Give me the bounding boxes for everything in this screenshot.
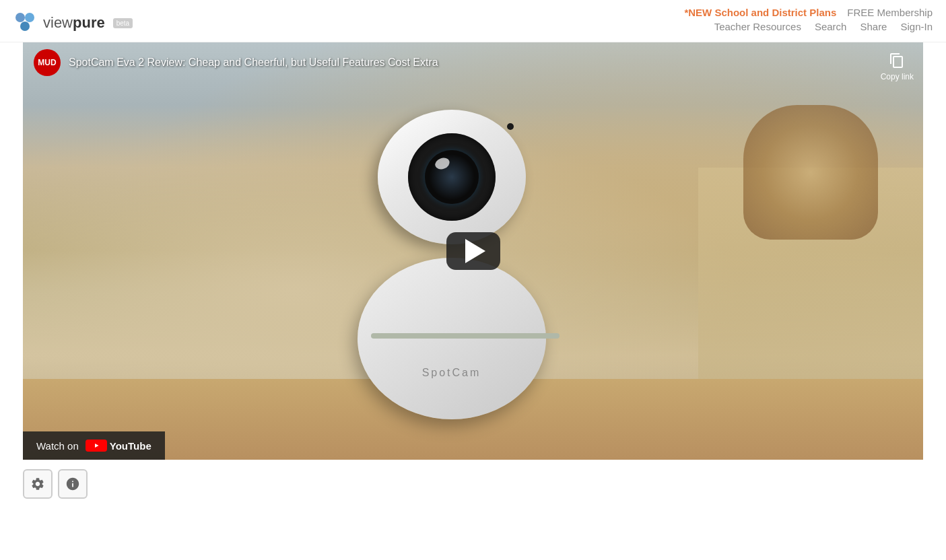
- copy-link-text: Copy link: [881, 72, 914, 81]
- info-icon: [65, 477, 80, 491]
- svg-point-1: [25, 13, 34, 22]
- free-membership-link[interactable]: FREE Membership: [847, 7, 933, 18]
- signin-link[interactable]: Sign-In: [900, 21, 933, 32]
- video-container[interactable]: SpotCam MUD SpotCam Eva 2 Review: Cheap …: [23, 42, 923, 460]
- beta-badge: beta: [113, 18, 133, 28]
- nav-top: *NEW School and District Plans FREE Memb…: [684, 7, 933, 18]
- watch-on-text: Watch on: [36, 440, 79, 452]
- watch-on-youtube-bar[interactable]: Watch on YouTube: [23, 431, 165, 460]
- settings-button[interactable]: [23, 469, 53, 499]
- background-basket: [743, 105, 878, 240]
- copy-svg-icon: [889, 53, 905, 69]
- camera-brand-text: SpotCam: [422, 367, 481, 379]
- new-plans-link[interactable]: *NEW School and District Plans: [684, 7, 836, 18]
- camera-base: SpotCam: [358, 258, 546, 419]
- share-link[interactable]: Share: [860, 21, 887, 32]
- youtube-text: YouTube: [110, 440, 151, 452]
- nav-bottom: Teacher Resources Search Share Sign-In: [714, 21, 933, 32]
- youtube-logo-red: [86, 440, 107, 452]
- play-button[interactable]: [446, 232, 500, 270]
- logo-area: viewpure beta: [13, 7, 133, 35]
- youtube-logo: YouTube: [86, 440, 151, 452]
- camera-stripe: [371, 333, 560, 339]
- gear-icon: [30, 477, 45, 491]
- search-link[interactable]: Search: [815, 21, 847, 32]
- logo-text: viewpure: [43, 14, 105, 32]
- copy-icon: [887, 50, 907, 71]
- copy-link-button[interactable]: Copy link: [881, 50, 914, 81]
- camera-lens-inner: [425, 150, 479, 204]
- bottom-toolbar: [0, 460, 946, 508]
- youtube-play-icon: [90, 441, 103, 450]
- video-title-bar: MUD SpotCam Eva 2 Review: Cheap and Chee…: [23, 42, 923, 83]
- camera-lens-outer: [408, 133, 496, 221]
- camera-head: [378, 110, 526, 244]
- video-title: SpotCam Eva 2 Review: Cheap and Cheerful…: [69, 57, 438, 69]
- channel-logo: MUD: [34, 49, 61, 76]
- svg-point-0: [15, 13, 25, 22]
- video-thumbnail: SpotCam MUD SpotCam Eva 2 Review: Cheap …: [23, 42, 923, 460]
- header: viewpure beta *NEW School and District P…: [0, 0, 946, 42]
- svg-point-2: [20, 22, 30, 31]
- play-triangle-icon: [465, 239, 485, 263]
- logo-dots-icon: [13, 11, 38, 35]
- info-button[interactable]: [58, 469, 88, 499]
- camera-sensor: [507, 123, 514, 130]
- camera-lens-reflection: [433, 156, 450, 172]
- nav-area: *NEW School and District Plans FREE Memb…: [684, 7, 933, 32]
- teacher-resources-link[interactable]: Teacher Resources: [714, 21, 801, 32]
